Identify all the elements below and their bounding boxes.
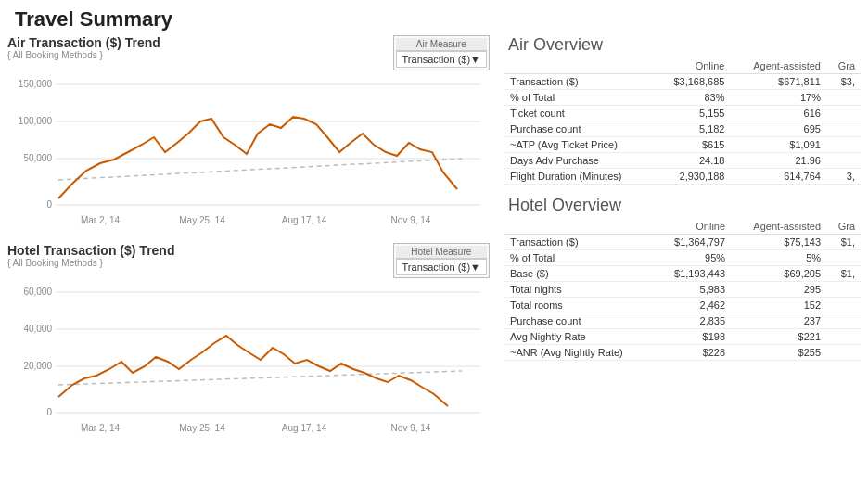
table-row: Transaction ($) $3,168,685 $671,811 $3, bbox=[504, 74, 861, 90]
svg-text:40,000: 40,000 bbox=[23, 324, 52, 334]
row-label: Ticket count bbox=[504, 106, 655, 121]
row-gra bbox=[826, 250, 861, 266]
hotel-measure-label: Hotel Measure bbox=[396, 246, 487, 259]
air-overview-table: Online Agent-assisted Gra Transaction ($… bbox=[504, 58, 861, 185]
row-gra bbox=[826, 329, 861, 345]
row-label: Purchase count bbox=[504, 313, 656, 329]
air-chart-section: Air Transaction ($) Trend { All Booking … bbox=[7, 35, 490, 237]
row-online: 83% bbox=[655, 90, 731, 106]
air-table-header-row: Online Agent-assisted Gra bbox=[504, 58, 861, 74]
svg-text:May 25, 14: May 25, 14 bbox=[179, 215, 225, 225]
air-measure-dropdown[interactable]: Air Measure Transaction ($) ▼ bbox=[393, 35, 490, 70]
table-row: ~ANR (Avg Nightly Rate) $228 $255 bbox=[504, 345, 861, 361]
row-gra: $1, bbox=[826, 235, 861, 250]
table-row: Days Adv Purchase 24.18 21.96 bbox=[504, 153, 861, 169]
row-gra bbox=[826, 282, 861, 298]
table-row: Avg Nightly Rate $198 $221 bbox=[504, 329, 861, 345]
svg-text:0: 0 bbox=[46, 407, 52, 417]
svg-text:Mar 2, 14: Mar 2, 14 bbox=[81, 423, 121, 433]
row-label: Base ($) bbox=[504, 266, 656, 282]
hotel-table-header-row: Online Agent-assisted Gra bbox=[504, 219, 861, 235]
air-col-online: Online bbox=[655, 58, 731, 74]
row-online: 2,462 bbox=[656, 298, 732, 313]
right-panel: Air Overview Online Agent-assisted Gra T… bbox=[497, 35, 861, 451]
row-online: 24.18 bbox=[655, 153, 731, 169]
left-panel: Air Transaction ($) Trend { All Booking … bbox=[7, 35, 490, 451]
row-gra bbox=[826, 313, 861, 329]
row-agent: 17% bbox=[730, 90, 825, 106]
row-label: Transaction ($) bbox=[504, 235, 656, 250]
row-label: Flight Duration (Minutes) bbox=[504, 169, 655, 185]
hotel-measure-dropdown[interactable]: Hotel Measure Transaction ($) ▼ bbox=[393, 243, 490, 278]
svg-text:Nov 9, 14: Nov 9, 14 bbox=[391, 423, 431, 433]
air-measure-label: Air Measure bbox=[396, 38, 487, 51]
table-row: Ticket count 5,155 616 bbox=[504, 106, 861, 121]
air-chart-svg: 150,000 100,000 50,000 0 Mar 2, 14 M bbox=[7, 70, 480, 237]
hotel-col-agent: Agent-assisted bbox=[731, 219, 826, 235]
hotel-col-online: Online bbox=[656, 219, 732, 235]
air-overview-title: Air Overview bbox=[504, 35, 861, 55]
svg-text:0: 0 bbox=[46, 199, 52, 210]
air-col-label bbox=[504, 58, 655, 74]
hotel-chart-section: Hotel Transaction ($) Trend { All Bookin… bbox=[7, 243, 490, 445]
row-label: Days Adv Purchase bbox=[504, 153, 655, 169]
table-row: Transaction ($) $1,364,797 $75,143 $1, bbox=[504, 235, 861, 250]
air-col-agent: Agent-assisted bbox=[730, 58, 825, 74]
row-online: $615 bbox=[655, 137, 731, 153]
hotel-measure-value: Transaction ($) bbox=[402, 262, 471, 273]
row-gra bbox=[826, 121, 861, 137]
table-row: Total rooms 2,462 152 bbox=[504, 298, 861, 313]
air-chart-subtitle: { All Booking Methods } bbox=[7, 50, 160, 60]
svg-text:50,000: 50,000 bbox=[23, 153, 52, 163]
table-row: Purchase count 5,182 695 bbox=[504, 121, 861, 137]
row-online: $1,193,443 bbox=[656, 266, 732, 282]
hotel-chart-subtitle: { All Booking Methods } bbox=[7, 258, 174, 268]
table-row: Purchase count 2,835 237 bbox=[504, 313, 861, 329]
svg-line-8 bbox=[58, 159, 462, 180]
row-gra bbox=[826, 137, 861, 153]
row-label: ~ATP (Avg Ticket Price) bbox=[504, 137, 655, 153]
svg-text:Mar 2, 14: Mar 2, 14 bbox=[81, 215, 121, 225]
table-row: % of Total 83% 17% bbox=[504, 90, 861, 106]
row-online: 95% bbox=[656, 250, 732, 266]
row-online: $3,168,685 bbox=[655, 74, 731, 90]
row-gra bbox=[826, 345, 861, 361]
row-agent: 695 bbox=[730, 121, 825, 137]
hotel-chart-area: 60,000 40,000 20,000 0 Mar 2, 14 May bbox=[7, 278, 480, 445]
row-gra bbox=[826, 153, 861, 169]
air-chart-area: 150,000 100,000 50,000 0 Mar 2, 14 M bbox=[7, 70, 480, 237]
row-label: ~ANR (Avg Nightly Rate) bbox=[504, 345, 656, 361]
row-label: Avg Nightly Rate bbox=[504, 329, 656, 345]
row-label: Total nights bbox=[504, 282, 656, 298]
row-agent: $69,205 bbox=[731, 266, 826, 282]
svg-text:150,000: 150,000 bbox=[19, 79, 53, 89]
row-online: $228 bbox=[656, 345, 732, 361]
row-label: % of Total bbox=[504, 90, 655, 106]
row-gra bbox=[826, 106, 861, 121]
air-col-gra: Gra bbox=[826, 58, 861, 74]
row-agent: $255 bbox=[731, 345, 826, 361]
row-agent: $221 bbox=[731, 329, 826, 345]
svg-text:May 25, 14: May 25, 14 bbox=[179, 423, 225, 433]
row-agent: 21.96 bbox=[730, 153, 825, 169]
row-gra: $1, bbox=[826, 266, 861, 282]
row-gra bbox=[826, 90, 861, 106]
row-online: 2,835 bbox=[656, 313, 732, 329]
table-row: % of Total 95% 5% bbox=[504, 250, 861, 266]
page-title: Travel Summary bbox=[0, 0, 868, 35]
row-agent: $75,143 bbox=[731, 235, 826, 250]
row-online: $198 bbox=[656, 329, 732, 345]
row-online: 2,930,188 bbox=[655, 169, 731, 185]
row-online: 5,983 bbox=[656, 282, 732, 298]
row-agent: 616 bbox=[730, 106, 825, 121]
hotel-col-label bbox=[504, 219, 656, 235]
air-chart-title: Air Transaction ($) Trend bbox=[7, 35, 160, 50]
row-agent: 152 bbox=[731, 298, 826, 313]
hotel-overview-title: Hotel Overview bbox=[504, 196, 861, 215]
row-gra: 3, bbox=[826, 169, 861, 185]
row-gra: $3, bbox=[826, 74, 861, 90]
svg-line-21 bbox=[58, 371, 462, 385]
hotel-overview-table: Online Agent-assisted Gra Transaction ($… bbox=[504, 219, 861, 361]
row-agent: $1,091 bbox=[730, 137, 825, 153]
row-agent: 295 bbox=[731, 282, 826, 298]
